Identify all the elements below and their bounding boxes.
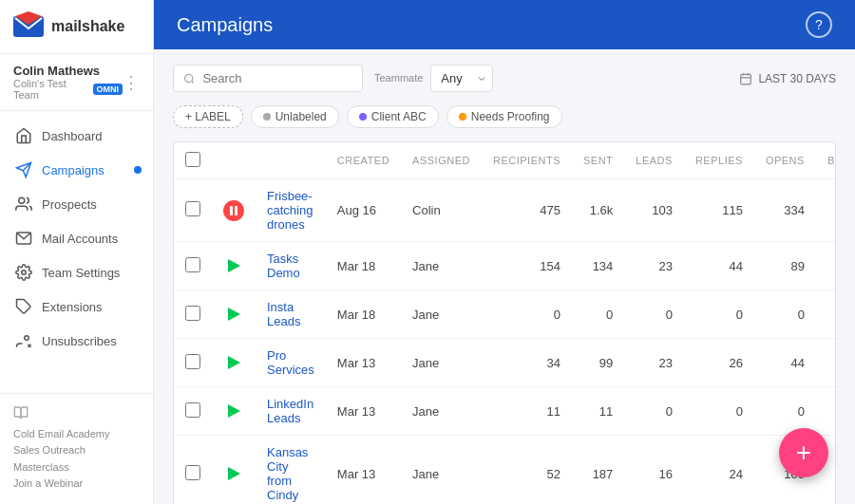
campaign-bounces: 10 [816,242,836,290]
campaign-sent: 1.6k [572,179,624,242]
row-checkbox-0[interactable] [185,201,200,216]
campaign-name[interactable]: Insta Leads [256,290,326,339]
row-checkbox-3[interactable] [185,354,200,369]
row-checkbox-2[interactable] [185,306,200,321]
sidebar-item-label-mail-accounts: Mail Accounts [42,232,118,246]
campaign-name[interactable]: Tasks Demo [256,242,326,290]
svg-point-4 [19,197,25,203]
play-icon[interactable] [223,463,244,484]
play-icon[interactable] [223,255,244,276]
col-replies: REPLIES [684,142,754,179]
more-options-icon[interactable]: ⋮ [123,72,140,93]
people-icon [15,196,32,213]
campaign-recipients: 52 [482,436,572,505]
mailshake-logo-icon [13,11,44,42]
campaign-leads: 103 [624,179,684,242]
campaign-link[interactable]: Tasks Demo [267,252,300,280]
sidebar-item-dashboard[interactable]: Dashboard [0,119,153,153]
campaign-link[interactable]: Frisbee-catching drones [267,189,313,232]
campaign-name[interactable]: Frisbee-catching drones [256,179,326,242]
campaign-created: Mar 13 [326,436,401,505]
col-bounces: BOUNCES [816,142,836,179]
sidebar-item-label-extensions: Extensions [42,300,103,314]
play-icon[interactable] [223,352,244,373]
search-input[interactable] [202,71,352,85]
client-abc-dot [359,113,367,121]
col-recipients: RECIPIENTS [482,142,572,179]
campaign-link[interactable]: Pro Services [267,348,314,377]
user-team: Colin's Test Team OMNI [13,78,123,101]
campaign-sent: 11 [572,387,624,436]
create-campaign-fab[interactable]: + [779,428,828,477]
pause-icon[interactable] [223,200,244,221]
unlabeled-dot [263,113,271,121]
campaign-status[interactable] [212,290,256,339]
sidebar-item-mail-accounts[interactable]: Mail Accounts [0,221,153,255]
house-icon [15,127,32,144]
campaign-status[interactable] [212,339,256,387]
campaign-link[interactable]: LinkedIn Leads [267,397,314,425]
select-all-checkbox[interactable] [185,152,200,167]
footer-link-join-webinar[interactable]: Join a Webinar [13,476,140,493]
campaign-name[interactable]: Pro Services [256,339,326,387]
campaign-assigned: Colin [401,179,482,242]
campaign-status[interactable] [212,179,256,242]
campaign-status[interactable] [212,242,256,290]
campaign-created: Mar 13 [326,387,401,436]
sidebar-item-label-dashboard: Dashboard [42,129,103,143]
sidebar-header: mailshake [0,0,153,54]
sidebar-item-campaigns[interactable]: Campaigns [0,153,153,187]
topbar: Campaigns ? [154,0,855,49]
campaign-link[interactable]: Kansas City from Cindy [267,445,308,502]
play-icon[interactable] [223,304,244,325]
sidebar-item-unsubscribes[interactable]: Unsubscribes [0,324,153,358]
date-range[interactable]: LAST 30 DAYS [739,72,836,85]
toolbar: Teammate Any Colin Jane LAST 30 DAYS [173,65,836,92]
campaign-assigned: Jane [401,339,482,387]
campaign-name[interactable]: Kansas City from Cindy [256,436,326,505]
sidebar-item-team-settings[interactable]: Team Settings [0,255,153,289]
teammate-select[interactable]: Any Colin Jane [430,65,493,92]
main-content: Campaigns ? Teammate Any Colin Jane [154,0,855,504]
needs-proofing-dot [459,113,466,121]
svg-rect-12 [741,74,751,84]
sidebar-item-extensions[interactable]: Extensions [0,289,153,324]
campaign-sent: 99 [572,339,624,387]
campaign-recipients: 11 [482,387,572,436]
help-button[interactable]: ? [806,11,832,38]
sidebar-item-prospects[interactable]: Prospects [0,187,153,221]
campaign-recipients: 154 [482,242,572,290]
campaign-assigned: Jane [401,242,482,290]
row-checkbox-5[interactable] [185,465,200,480]
add-label-button[interactable]: + LABEL [173,105,243,128]
row-checkbox-1[interactable] [185,257,200,272]
calendar-icon [739,72,752,85]
play-icon[interactable] [223,401,244,421]
campaign-sent: 187 [572,436,624,505]
col-leads: LEADS [624,142,684,179]
search-box[interactable] [173,65,363,92]
label-unlabeled[interactable]: Unlabeled [251,105,339,128]
campaign-leads: 23 [624,339,684,387]
svg-point-6 [22,271,27,275]
send-icon [15,161,32,178]
search-icon [183,72,195,85]
footer-link-cold-email[interactable]: Cold Email Academy [13,426,140,443]
campaign-created: Mar 13 [326,339,401,387]
academy-icon [13,405,30,422]
col-campaign [256,142,326,179]
campaign-status[interactable] [212,436,256,505]
footer-link-sales-outreach[interactable]: Sales Outreach Masterclass [13,442,140,476]
campaign-link[interactable]: Insta Leads [267,300,300,328]
campaign-recipients: 475 [482,179,572,242]
campaign-name[interactable]: LinkedIn Leads [256,387,326,436]
label-client-abc[interactable]: Client ABC [347,105,439,128]
user-x-icon [15,332,32,349]
row-checkbox-4[interactable] [185,402,200,418]
label-needs-proofing[interactable]: Needs Proofing [446,105,562,128]
campaign-assigned: Jane [401,387,482,436]
campaign-bounces: 45 [816,179,836,242]
table-row: Kansas City from CindyMar 13Jane52187162… [174,436,836,505]
campaign-status[interactable] [212,387,256,436]
sidebar-item-label-campaigns: Campaigns [42,163,104,177]
